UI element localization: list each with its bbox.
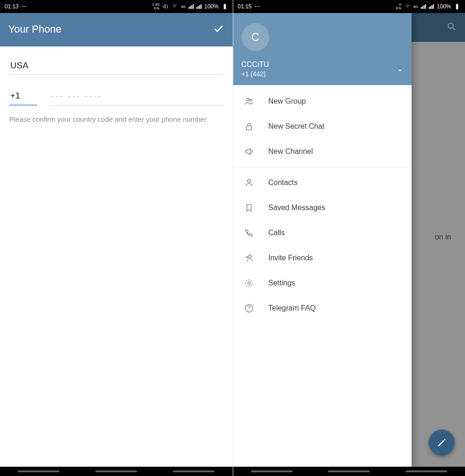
person-icon (243, 177, 255, 188)
menu-contacts[interactable]: Contacts (233, 170, 412, 195)
status-dots-icon: ⋯ (255, 3, 260, 10)
profile-name: CCCiTU (242, 60, 403, 69)
menu-label: Telegram FAQ (269, 304, 316, 312)
svg-point-5 (248, 255, 251, 258)
nav-drawer: C CCCiTU +1 (442) New Group New Secret C… (233, 13, 412, 467)
profile-phone: +1 (442) (242, 70, 403, 78)
country-input[interactable] (9, 58, 223, 75)
expand-accounts-button[interactable] (397, 67, 403, 76)
menu-label: Calls (269, 229, 285, 237)
lock-icon (243, 121, 255, 132)
menu-invite-friends[interactable]: Invite Friends (233, 245, 412, 271)
menu-new-group[interactable]: New Group (233, 89, 412, 114)
menu-label: Invite Friends (269, 254, 313, 262)
svg-point-2 (249, 99, 252, 101)
confirm-button[interactable] (212, 22, 224, 36)
svg-rect-3 (246, 126, 251, 130)
battery-text: 100% (437, 3, 451, 10)
mute-icon (162, 3, 169, 10)
phone-input[interactable] (50, 88, 223, 106)
menu-new-channel[interactable]: New Channel (233, 139, 412, 164)
mute-icon (404, 3, 411, 10)
avatar[interactable]: C (242, 23, 269, 51)
svg-point-1 (246, 99, 249, 101)
status-bar: 01:15 ⋯ 0K/s 4G 100% (233, 0, 465, 13)
menu-label: New Group (269, 97, 306, 106)
svg-point-4 (247, 179, 250, 182)
signal-icon-2 (429, 4, 434, 9)
screen-your-phone: 01:13 ⋯ 1.93K/s 4G 100% Your Phone (0, 0, 233, 476)
battery-text: 100% (204, 3, 219, 10)
status-dots-icon: ⋯ (21, 3, 27, 10)
battery-icon (222, 3, 228, 10)
divider (233, 167, 412, 167)
phone-icon (243, 227, 255, 238)
menu-label: New Secret Chat (269, 122, 325, 131)
compose-fab[interactable] (429, 430, 455, 456)
status-time: 01:15 (238, 3, 252, 10)
page-title: Your Phone (8, 23, 61, 35)
megaphone-icon (243, 146, 255, 157)
signal-icon (421, 4, 426, 9)
menu-label: Settings (269, 279, 295, 287)
wifi-icon (171, 3, 178, 10)
status-time: 01:13 (5, 3, 19, 10)
group-icon (243, 96, 255, 107)
menu-calls[interactable]: Calls (233, 220, 412, 245)
add-user-icon (243, 252, 255, 264)
help-icon (243, 303, 255, 314)
menu-label: Saved Messages (269, 204, 326, 212)
app-header: Your Phone (0, 13, 233, 46)
bookmark-icon (243, 202, 255, 213)
gear-icon (243, 278, 255, 289)
screen-drawer: 01:15 ⋯ 0K/s 4G 100% on in (233, 0, 465, 476)
android-navbar (0, 467, 233, 476)
menu-settings[interactable]: Settings (233, 271, 412, 296)
menu-label: New Channel (269, 147, 313, 156)
menu-saved-messages[interactable]: Saved Messages (233, 195, 412, 220)
drawer-list: New Group New Secret Chat New Channel Co… (233, 85, 412, 467)
android-navbar (233, 467, 465, 476)
signal-icon (189, 4, 194, 9)
signal-icon-2 (196, 4, 202, 9)
hint-text: Please confirm your country code and ent… (9, 115, 223, 124)
login-form: Please confirm your country code and ent… (0, 46, 233, 128)
battery-icon (454, 3, 460, 10)
drawer-header[interactable]: C CCCiTU +1 (442) (233, 13, 412, 85)
status-bar: 01:13 ⋯ 1.93K/s 4G 100% (0, 0, 233, 13)
menu-new-secret-chat[interactable]: New Secret Chat (233, 114, 412, 139)
svg-point-6 (248, 282, 250, 284)
menu-telegram-faq[interactable]: Telegram FAQ (233, 296, 412, 321)
menu-label: Contacts (269, 178, 298, 187)
dialcode-input[interactable] (9, 88, 37, 106)
